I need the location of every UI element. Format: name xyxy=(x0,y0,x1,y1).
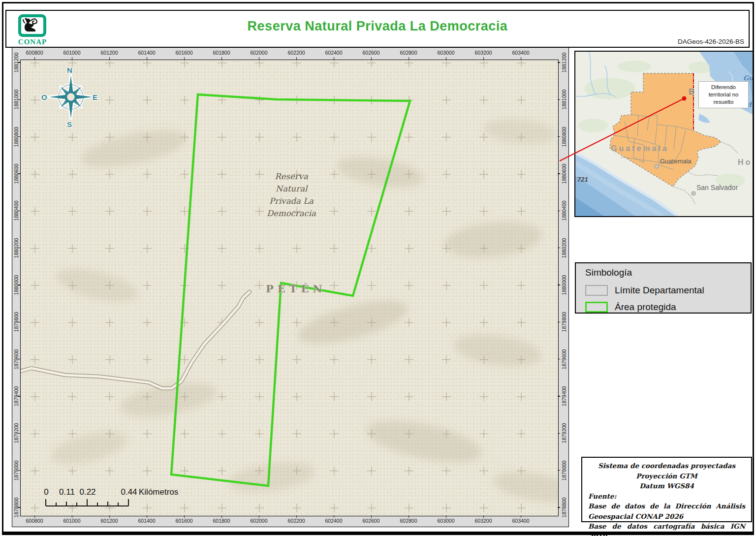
x-axis-label-bottom: 601200 xyxy=(94,518,124,524)
x-tick-bottom xyxy=(296,515,297,518)
x-axis-label-bottom: 602800 xyxy=(394,518,423,524)
map-title: Reserva Natural Privada La Democracia xyxy=(6,19,749,34)
y-tick-right xyxy=(558,507,560,508)
x-tick-bottom xyxy=(521,515,522,518)
y-axis-label-right: 1879800 xyxy=(561,312,567,332)
y-tick-left xyxy=(18,99,20,100)
x-axis-label-bottom: 601800 xyxy=(207,518,236,524)
y-axis-label-right: 1879600 xyxy=(561,349,567,369)
y-tick-left xyxy=(18,284,20,285)
x-tick-top xyxy=(371,57,372,60)
y-tick-right xyxy=(558,211,560,212)
y-tick-right xyxy=(558,99,560,100)
y-axis-label-right: 1880000 xyxy=(561,275,567,295)
x-tick-top xyxy=(409,57,410,60)
x-axis-label-bottom: 603000 xyxy=(431,518,461,524)
map-code: DAGeos-426-2026-BS xyxy=(678,38,744,45)
y-axis-label-right: 1880200 xyxy=(561,238,567,258)
y-axis-label-right: 1879000 xyxy=(561,460,567,480)
x-tick-top xyxy=(334,57,335,60)
y-tick-right xyxy=(558,359,560,360)
x-tick-top xyxy=(296,57,297,60)
x-axis-label-bottom: 603400 xyxy=(506,518,536,524)
y-axis-label-right: 1880800 xyxy=(561,126,567,147)
inset-gulf-label: Gu xyxy=(743,74,754,82)
x-tick-bottom xyxy=(334,515,335,518)
x-axis-label-top: 603000 xyxy=(431,50,461,56)
legend-item-label: Área protegida xyxy=(615,302,676,313)
x-axis-label-bottom: 602400 xyxy=(319,518,348,524)
y-tick-left xyxy=(18,396,20,397)
x-axis-label-top: 601800 xyxy=(207,50,236,56)
legend-item: Límite Departamental xyxy=(585,284,704,297)
x-tick-top xyxy=(147,57,148,60)
x-tick-bottom xyxy=(483,515,484,518)
y-tick-left xyxy=(18,322,20,323)
y-axis-label-right: 1880600 xyxy=(561,164,567,184)
y-tick-left xyxy=(18,173,20,174)
x-tick-bottom xyxy=(184,515,185,518)
x-axis-label-top: 601200 xyxy=(94,50,124,56)
y-tick-right xyxy=(558,62,560,63)
source-centered-line: Datum WGS84 xyxy=(588,481,745,491)
y-axis-label-right: 1879200 xyxy=(561,423,567,443)
x-axis-label-bottom: 602600 xyxy=(356,518,386,524)
y-axis-label-right: 1878800 xyxy=(561,498,567,518)
x-axis-label-top: 603200 xyxy=(469,50,498,56)
x-tick-bottom xyxy=(72,515,73,518)
source-centered-line: Sistema de coordenadas proyectadas xyxy=(588,461,745,471)
x-tick-bottom xyxy=(34,515,35,518)
x-axis-label-top: 600800 xyxy=(20,50,49,56)
protected-swatch xyxy=(585,302,608,313)
x-tick-top xyxy=(109,57,110,60)
x-tick-bottom xyxy=(259,515,260,518)
y-tick-left xyxy=(18,211,20,212)
x-tick-top xyxy=(259,57,260,60)
inset-san-salvador-label: San Salvador xyxy=(696,184,738,191)
y-tick-right xyxy=(558,322,560,323)
inset-ref-number: 721 xyxy=(577,176,588,183)
x-axis-label-top: 601600 xyxy=(169,50,199,56)
inset-belize-label: B xyxy=(689,87,694,97)
axis-labels: 6008006008006010006010006012006012006014… xyxy=(12,47,568,527)
x-tick-bottom xyxy=(147,515,148,518)
x-tick-bottom xyxy=(371,515,372,518)
y-tick-right xyxy=(558,248,560,249)
x-axis-label-top: 602000 xyxy=(244,50,274,56)
x-tick-top xyxy=(483,57,484,60)
x-axis-label-top: 601000 xyxy=(57,50,87,56)
y-axis-label-right: 1881200 xyxy=(561,53,567,73)
map-sheet: CONAP Reserva Natural Privada La Democra… xyxy=(0,0,756,536)
x-axis-label-top: 602200 xyxy=(282,50,311,56)
x-tick-top xyxy=(34,57,35,60)
x-axis-label-top: 602400 xyxy=(319,50,348,56)
legend-item: Área protegida xyxy=(585,301,676,314)
y-axis-label-right: 1881000 xyxy=(561,90,567,110)
legend-title: Simbología xyxy=(585,267,632,278)
x-axis-label-top: 602800 xyxy=(394,50,423,56)
y-tick-right xyxy=(558,136,560,137)
x-axis-label-top: 603400 xyxy=(506,50,536,56)
y-tick-right xyxy=(558,433,560,434)
inset-locator-map: Guatemala Guatemala San Salvador 721 B H… xyxy=(574,51,754,217)
x-tick-top xyxy=(521,57,522,60)
x-tick-top xyxy=(221,57,222,60)
departmental-swatch xyxy=(585,285,608,296)
x-tick-bottom xyxy=(109,515,110,518)
x-axis-label-bottom: 601400 xyxy=(132,518,161,524)
x-tick-top xyxy=(184,57,185,60)
y-tick-right xyxy=(558,470,560,471)
x-tick-bottom xyxy=(409,515,410,518)
y-tick-right xyxy=(558,284,560,285)
y-tick-left xyxy=(18,248,20,249)
y-tick-left xyxy=(18,433,20,434)
x-axis-label-top: 602600 xyxy=(356,50,386,56)
source-centered-line: Proyección GTM xyxy=(588,471,745,481)
x-axis-label-bottom: 602000 xyxy=(244,518,274,524)
x-axis-label-bottom: 602200 xyxy=(282,518,311,524)
x-tick-bottom xyxy=(221,515,222,518)
y-tick-left xyxy=(18,136,20,137)
source-line: Base de datos cartografía básica IGN 201… xyxy=(588,521,745,536)
source-line: Base de datos de la Dirección Análisis G… xyxy=(588,501,745,521)
territorial-note: Diferendo territorial no resuelto xyxy=(698,81,749,108)
